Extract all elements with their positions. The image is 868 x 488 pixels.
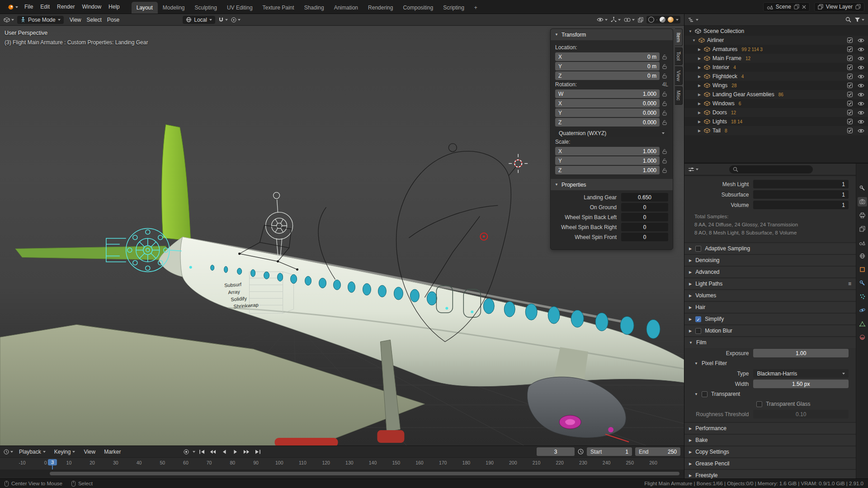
- lock-icon[interactable]: [662, 120, 668, 125]
- presets-icon[interactable]: ≡: [848, 281, 851, 287]
- collection-checkbox[interactable]: [847, 47, 853, 52]
- next-keyframe-button[interactable]: [242, 448, 252, 455]
- play-reverse-button[interactable]: [219, 448, 229, 455]
- viewport-menu-item[interactable]: View: [67, 16, 84, 24]
- timeline-menu-item[interactable]: Playback: [16, 448, 48, 456]
- lock-icon[interactable]: [662, 91, 668, 97]
- outliner-row[interactable]: ▶ Lights 18 14: [684, 117, 868, 126]
- collection-checkbox[interactable]: [847, 101, 853, 106]
- n-panel-tab[interactable]: View: [675, 66, 683, 85]
- timeline-editor-type-selector[interactable]: [4, 449, 13, 455]
- object-data-tab-icon[interactable]: [858, 319, 867, 328]
- shading-wireframe-icon[interactable]: [648, 17, 654, 23]
- outliner-row-airliner[interactable]: ▼ Airliner: [684, 36, 868, 45]
- shading-dropdown[interactable]: [676, 19, 679, 22]
- workspace-tab[interactable]: Modeling: [158, 2, 190, 14]
- menu-item[interactable]: File: [21, 2, 37, 11]
- lock-icon[interactable]: [662, 149, 668, 154]
- workspace-tab[interactable]: Scripting: [438, 2, 469, 14]
- frame-end-field[interactable]: End 250: [635, 447, 680, 456]
- particles-tab-icon[interactable]: [858, 292, 867, 301]
- jump-to-end-button[interactable]: [253, 448, 263, 455]
- outliner-row[interactable]: ▶ Doors 12: [684, 108, 868, 117]
- outliner-row[interactable]: ▶ Wings 28: [684, 81, 868, 90]
- lock-icon[interactable]: [662, 110, 668, 116]
- custom-property-field[interactable]: 0: [621, 233, 668, 241]
- custom-properties-panel-header[interactable]: ▼ Properties: [551, 179, 673, 190]
- pixel-filter-width-field[interactable]: 1.50 px: [753, 380, 849, 388]
- orientation-selector[interactable]: Local: [183, 16, 215, 24]
- pixel-filter-type-dropdown[interactable]: Blackman-Harris: [753, 369, 849, 378]
- n-panel-tab[interactable]: Item: [675, 28, 683, 46]
- timeline-menu-item[interactable]: View: [81, 448, 98, 456]
- custom-property-field[interactable]: 0: [621, 213, 668, 221]
- unlink-scene-icon[interactable]: [802, 5, 806, 9]
- transparent-glass-checkbox[interactable]: [756, 401, 762, 407]
- workspace-tab[interactable]: UV Editing: [222, 2, 258, 14]
- properties-section-header[interactable]: ▶ Copy Settings: [684, 446, 856, 457]
- new-scene-icon[interactable]: [794, 4, 799, 9]
- lock-icon[interactable]: [662, 64, 668, 69]
- rotation-mode-dropdown[interactable]: Quaternion (WXYZ): [555, 129, 668, 137]
- lock-icon[interactable]: [662, 101, 668, 106]
- rotation-field[interactable]: Z 0.000: [555, 118, 660, 127]
- xray-toggle[interactable]: [638, 17, 643, 23]
- blender-logo-icon[interactable]: [4, 4, 20, 10]
- sample-count-field[interactable]: 1: [753, 190, 849, 199]
- current-frame-field[interactable]: 3: [537, 447, 575, 456]
- properties-section-header[interactable]: ▶ Light Paths ≡: [684, 278, 856, 289]
- scale-field[interactable]: X 1.000: [555, 147, 660, 155]
- outliner-editor-type-selector[interactable]: [688, 17, 698, 23]
- object-tab-icon[interactable]: [858, 265, 867, 274]
- hide-in-viewport-icon[interactable]: [858, 101, 864, 106]
- expand-arrow-icon[interactable]: ▶: [697, 56, 702, 61]
- expand-arrow-icon[interactable]: ▶: [697, 75, 702, 79]
- expand-arrow-icon[interactable]: ▶: [697, 93, 702, 97]
- properties-editor-type-selector[interactable]: [688, 167, 698, 172]
- workspace-tab[interactable]: Animation: [329, 2, 363, 14]
- collection-checkbox[interactable]: [847, 110, 853, 115]
- properties-section-header[interactable]: ▶ Advanced: [684, 267, 856, 277]
- previous-keyframe-button[interactable]: [208, 448, 218, 455]
- proportional-editing-toggle[interactable]: [231, 17, 241, 23]
- scale-field[interactable]: Z 1.000: [555, 166, 660, 174]
- menu-item[interactable]: Render: [53, 2, 78, 11]
- outliner-row[interactable]: ▶ Tail 8: [684, 126, 868, 135]
- hide-in-viewport-icon[interactable]: [858, 74, 864, 79]
- properties-section-header[interactable]: ▶ Volumes: [684, 290, 856, 301]
- location-field[interactable]: Y 0 m: [555, 62, 660, 70]
- snapping-toggle[interactable]: [218, 17, 228, 23]
- jump-to-start-button[interactable]: [197, 448, 207, 455]
- section-checkbox[interactable]: [695, 246, 701, 252]
- scale-field[interactable]: Y 1.000: [555, 156, 660, 165]
- hide-in-viewport-icon[interactable]: [858, 56, 864, 61]
- play-button[interactable]: [231, 448, 241, 455]
- section-checkbox[interactable]: [695, 328, 701, 334]
- exposure-field[interactable]: 1.00: [753, 349, 849, 357]
- auto-keying-toggle[interactable]: [181, 448, 191, 455]
- outliner-search-icon[interactable]: [845, 17, 851, 23]
- transform-panel-header[interactable]: ▼ Transform: [551, 29, 673, 40]
- outliner-row[interactable]: ▶ Landing Gear Assemblies 86: [684, 90, 868, 99]
- expand-arrow-icon[interactable]: ▶: [697, 84, 702, 88]
- hide-in-viewport-icon[interactable]: [858, 92, 864, 97]
- properties-section-header[interactable]: ▶ Adaptive Sampling: [684, 243, 856, 254]
- properties-section-header[interactable]: ▶ Performance: [684, 423, 856, 434]
- expand-arrow-icon[interactable]: ▶: [697, 120, 702, 124]
- outliner-filter-icon[interactable]: [854, 17, 864, 22]
- location-field[interactable]: Z 0 m: [555, 71, 660, 80]
- viewport-3d[interactable]: User Perspective (3) Flight Main Armatur…: [0, 26, 684, 446]
- lock-icon[interactable]: [662, 54, 668, 60]
- properties-section-header[interactable]: ▶ Hair: [684, 302, 856, 313]
- collection-checkbox[interactable]: [847, 74, 853, 79]
- expand-arrow-icon[interactable]: ▼: [688, 29, 693, 33]
- new-view-layer-icon[interactable]: [855, 4, 861, 9]
- menu-item[interactable]: Window: [78, 2, 105, 11]
- scene-selector[interactable]: Scene: [763, 2, 810, 12]
- hide-in-viewport-icon[interactable]: [858, 128, 864, 133]
- workspace-tab[interactable]: +: [469, 2, 482, 14]
- collection-checkbox[interactable]: [847, 56, 853, 61]
- view-layer-tab-icon[interactable]: [858, 224, 867, 234]
- properties-search-input[interactable]: [741, 167, 800, 172]
- roughness-threshold-field[interactable]: 0.10: [753, 410, 849, 418]
